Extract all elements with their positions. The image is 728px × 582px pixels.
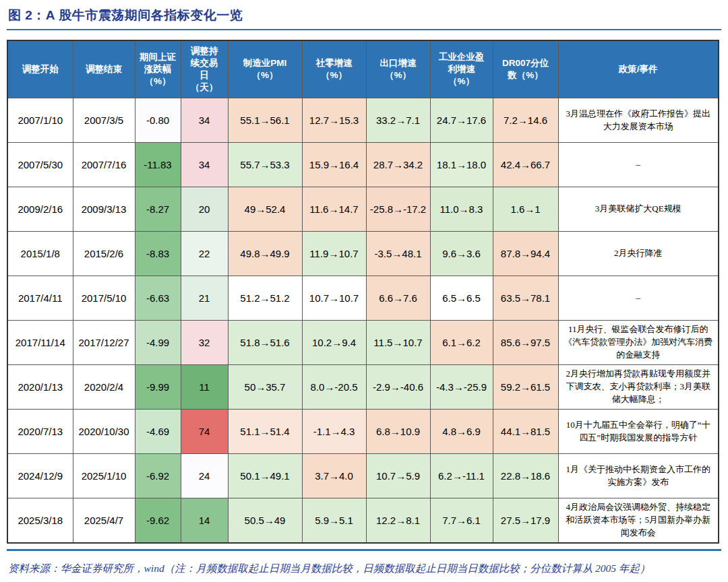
source-note: 资料来源：华金证券研究所，wind（注：月频数据取起止日期当月数据比较，日频数据…	[7, 551, 721, 582]
cell-metric: -2.9→-40.6	[366, 365, 430, 410]
cell-metric: 33.2→7.1	[366, 98, 430, 143]
cell-event: –	[558, 143, 719, 187]
cell-metric: -4.99	[135, 321, 181, 365]
indicators-table: 调整开始调整结束期间上证 涨跌幅 （%）调整持 续交易 日 （天）制造业PMI …	[7, 40, 719, 544]
cell-metric: -8.83	[135, 232, 181, 276]
table-row: 2017/4/112017/5/10-6.632151.2→51.210.7→1…	[7, 276, 719, 321]
cell-metric: 18.1→18.0	[430, 143, 493, 187]
cell-metric: 85.6→97.5	[493, 321, 558, 365]
cell-adjust-end: 2025/1/10	[73, 454, 135, 498]
cell-metric: 22.8→18.6	[493, 454, 558, 498]
cell-metric: 6.1→6.2	[430, 321, 493, 365]
cell-event: 11月央行、银监会联合发布修订后的《汽车贷款管理办法》加强对汽车消费的金融支持	[558, 321, 719, 365]
table-body: 2007/1/102007/3/5-0.803455.1→56.112.7→15…	[7, 98, 719, 544]
cell-metric: 11	[181, 365, 228, 410]
cell-metric: 21	[181, 276, 228, 321]
cell-metric: 11.0→8.3	[430, 187, 493, 232]
cell-metric: 12.2→8.1	[366, 498, 430, 544]
cell-metric: 51.2→51.2	[228, 276, 302, 321]
cell-metric: 10.2→9.4	[302, 321, 366, 365]
cell-adjust-start: 2009/2/16	[7, 187, 73, 232]
cell-metric: 55.7→53.3	[228, 143, 302, 187]
cell-metric: 22	[181, 232, 228, 276]
cell-adjust-end: 2007/7/16	[73, 143, 135, 187]
cell-metric: 7.2→14.6	[493, 98, 558, 143]
cell-metric: 27.5→17.9	[493, 498, 558, 544]
column-header: 调整结束	[73, 40, 135, 98]
cell-metric: 3.7→4.0	[302, 454, 366, 498]
cell-adjust-start: 2017/11/14	[7, 321, 73, 365]
cell-metric: 34	[181, 143, 228, 187]
cell-metric: 59.2→61.5	[493, 365, 558, 410]
cell-metric: 1.6→1	[493, 187, 558, 232]
cell-metric: 7.7→6.1	[430, 498, 493, 544]
cell-adjust-start: 2007/5/30	[7, 143, 73, 187]
cell-adjust-end: 2007/3/5	[73, 98, 135, 143]
cell-adjust-start: 2020/7/13	[7, 410, 73, 454]
cell-metric: 11.5→10.7	[366, 321, 430, 365]
report-figure: 图 2：A 股牛市震荡期间各指标变化一览 调整开始调整结束期间上证 涨跌幅 （%…	[0, 0, 728, 582]
cell-metric: 6.6→7.6	[366, 276, 430, 321]
cell-metric: -8.27	[135, 187, 181, 232]
cell-metric: 6.5→6.5	[430, 276, 493, 321]
cell-event: 2月央行增加再贷款再贴现专用额度并下调支农、支小再贷款利率；3月美联储大幅降息；	[558, 365, 719, 410]
cell-metric: 34	[181, 98, 228, 143]
table-row: 2015/1/82015/2/6-8.832249.8→49.911.9→10.…	[7, 232, 719, 276]
title-divider	[7, 29, 721, 30]
cell-metric: -4.69	[135, 410, 181, 454]
cell-metric: 87.8→94.4	[493, 232, 558, 276]
column-header: 出口增速 （%）	[366, 40, 430, 98]
cell-metric: -25.8→-17.2	[366, 187, 430, 232]
table-row: 2020/7/132020/10/30-4.697451.1→51.4-1.1→…	[7, 410, 719, 454]
cell-metric: -1.1→4.3	[302, 410, 366, 454]
column-header: 政策/事件	[558, 40, 719, 98]
cell-metric: 15.9→16.4	[302, 143, 366, 187]
cell-metric: -3.5→48.1	[366, 232, 430, 276]
cell-adjust-end: 2009/3/13	[73, 187, 135, 232]
cell-metric: 28.7→34.2	[366, 143, 430, 187]
cell-metric: 11.9→10.7	[302, 232, 366, 276]
cell-metric: 10.7→5.9	[366, 454, 430, 498]
cell-metric: 24.7→17.6	[430, 98, 493, 143]
cell-adjust-end: 2025/4/7	[73, 498, 135, 544]
cell-adjust-start: 2007/1/10	[7, 98, 73, 143]
column-header: DR007分位 数（%）	[493, 40, 558, 98]
cell-adjust-end: 2020/2/4	[73, 365, 135, 410]
cell-metric: 12.7→15.3	[302, 98, 366, 143]
cell-event: 1月《关于推动中长期资金入市工作的实施方案》发布	[558, 454, 719, 498]
cell-metric: 11.6→14.7	[302, 187, 366, 232]
cell-metric: -4.3→-25.9	[430, 365, 493, 410]
cell-metric: 14	[181, 498, 228, 544]
cell-metric: -6.92	[135, 454, 181, 498]
cell-metric: 51.8→51.6	[228, 321, 302, 365]
cell-adjust-end: 2015/2/6	[73, 232, 135, 276]
cell-event: 4月政治局会议强调稳外贸、持续稳定和活跃资本市场等；5月国新办举办新闻发布会	[558, 498, 719, 544]
cell-metric: 50.5→49	[228, 498, 302, 544]
table-row: 2020/1/132020/2/4-9.991150→35.78.0→-20.5…	[7, 365, 719, 410]
cell-adjust-end: 2020/10/30	[73, 410, 135, 454]
cell-metric: 42.4→66.7	[493, 143, 558, 187]
cell-adjust-start: 2024/12/9	[7, 454, 73, 498]
cell-metric: 49.8→49.9	[228, 232, 302, 276]
cell-metric: -9.62	[135, 498, 181, 544]
cell-metric: 44.1→81.5	[493, 410, 558, 454]
cell-metric: 6.8→10.9	[366, 410, 430, 454]
cell-adjust-start: 2025/3/18	[7, 498, 73, 544]
table-row: 2009/2/162009/3/13-8.272049→52.411.6→14.…	[7, 187, 719, 232]
table-row: 2017/11/142017/12/27-4.993251.8→51.610.2…	[7, 321, 719, 365]
cell-metric: -6.63	[135, 276, 181, 321]
cell-event: 2月央行降准	[558, 232, 719, 276]
cell-metric: -11.83	[135, 143, 181, 187]
table-row: 2007/5/302007/7/16-11.833455.7→53.315.9→…	[7, 143, 719, 187]
cell-event: –	[558, 276, 719, 321]
cell-metric: 50→35.7	[228, 365, 302, 410]
cell-metric: -0.80	[135, 98, 181, 143]
table-row: 2007/1/102007/3/5-0.803455.1→56.112.7→15…	[7, 98, 719, 143]
cell-metric: 20	[181, 187, 228, 232]
cell-metric: 4.8→6.9	[430, 410, 493, 454]
cell-adjust-start: 2015/1/8	[7, 232, 73, 276]
column-header: 社零增速 （%）	[302, 40, 366, 98]
cell-metric: -9.99	[135, 365, 181, 410]
cell-metric: 24	[181, 454, 228, 498]
figure-title: 图 2：A 股牛市震荡期间各指标变化一览	[7, 4, 721, 29]
